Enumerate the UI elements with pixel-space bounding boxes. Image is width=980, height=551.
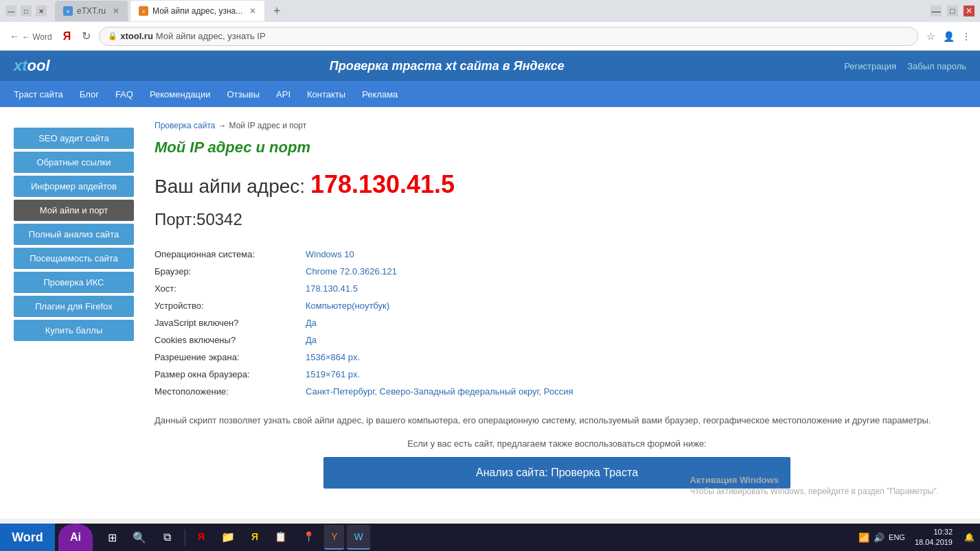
register-link[interactable]: Регистрация [844, 61, 896, 71]
minimize-button[interactable]: — [5, 5, 16, 16]
yandex-button[interactable]: Я [60, 27, 74, 45]
description-text: Данный скрипт позволяет узнать свой айпи… [155, 414, 959, 427]
back-button[interactable]: ← ← Word [7, 28, 55, 45]
nav-recom[interactable]: Рекомендации [150, 89, 211, 99]
notification-button[interactable]: 🔔 [962, 525, 976, 550]
menu-icon[interactable]: ⋮ [959, 30, 973, 43]
clock-time: 10:32 [915, 527, 953, 537]
url-bar[interactable]: 🔒 xtool.ru Мой айпи адрес, узнать IP [99, 27, 918, 46]
x-btn[interactable]: ✕ [964, 5, 975, 16]
breadcrumb-parent[interactable]: Проверка сайта [155, 121, 216, 130]
new-tab-button[interactable]: + [267, 1, 286, 21]
taskbar-files[interactable]: 📁 [214, 525, 242, 550]
refresh-button[interactable]: ↻ [79, 27, 93, 45]
ip-address-line: Ваш айпи адрес: 178.130.41.5 [155, 170, 959, 199]
sidebar: SEO аудит сайта Обратные ссылки Информер… [14, 128, 134, 505]
min-btn[interactable]: — [931, 5, 942, 16]
table-row: Браузер: Chrome 72.0.3626.121 [155, 263, 959, 280]
search-button[interactable]: 🔍 [127, 525, 152, 550]
ai-button[interactable]: Ai [58, 524, 93, 551]
win-activation-title: Активация Windows [690, 475, 939, 485]
table-row: Cookies включены? Да [155, 331, 959, 349]
sidebar-item-traffic[interactable]: Посещаемость сайта [14, 248, 134, 269]
window-controls: — □ ✕ [5, 5, 47, 16]
nav-reviews[interactable]: Отзывы [227, 89, 260, 99]
url-path: Мой айпи адрес, узнать IP [156, 31, 266, 41]
info-table: Операционная система: Windows 10 Браузер… [155, 246, 959, 400]
sidebar-item-seo[interactable]: SEO аудит сайта [14, 128, 134, 149]
lock-icon: 🔒 [108, 32, 117, 40]
nav-ads[interactable]: Реклама [362, 89, 398, 99]
site-header-title: Проверка траста xt сайта в Яндексе [50, 59, 845, 73]
port-value: 50342 [196, 210, 242, 228]
taskbar-word[interactable]: W [347, 525, 369, 550]
start-button[interactable]: ⊞ [100, 525, 124, 550]
info-value-host: 178.130.41.5 [306, 280, 959, 297]
tab-xtool[interactable]: x Мой айпи адрес, узна... ✕ [130, 1, 264, 21]
table-row: Операционная система: Windows 10 [155, 246, 959, 263]
tab-close-etxt[interactable]: ✕ [113, 6, 119, 16]
taskbar-location[interactable]: 📍 [296, 525, 321, 550]
taskbar-browser-active[interactable]: Y [324, 525, 344, 550]
sidebar-item-firefox[interactable]: Плагин для Firefox [14, 296, 134, 317]
site-content: SEO аудит сайта Обратные ссылки Информер… [0, 107, 980, 519]
system-tray: 📶 🔊 ENG [858, 532, 905, 543]
sidebar-item-iks[interactable]: Проверка ИКС [14, 272, 134, 293]
info-label-resolution: Разрешение экрана: [155, 349, 306, 366]
taskbar-yandex2[interactable]: Я [244, 525, 265, 550]
info-value-js: Да [306, 314, 959, 331]
nav-trast[interactable]: Траст сайта [14, 89, 63, 99]
table-row: Хост: 178.130.41.5 [155, 280, 959, 297]
tab-close-xtool[interactable]: ✕ [249, 6, 256, 16]
sidebar-item-backlinks[interactable]: Обратные ссылки [14, 152, 134, 173]
site-header-top: xtool Проверка траста xt сайта в Яндексе… [0, 51, 980, 81]
page-title: Мой IP адрес и порт [155, 139, 959, 156]
address-bar: ← ← Word Я ↻ 🔒 xtool.ru Мой айпи адрес, … [0, 22, 980, 51]
port-line: Порт:50342 [155, 210, 959, 229]
nav-contacts[interactable]: Контакты [307, 89, 345, 99]
info-label-browser: Браузер: [155, 263, 306, 280]
sidebar-item-fullanalysis[interactable]: Полный анализ сайта [14, 224, 134, 245]
table-row: Размер окна браузера: 1519×761 px. [155, 366, 959, 383]
close-button[interactable]: ✕ [36, 5, 47, 16]
table-row: Местоположение: Санкт-Петербург, Северо-… [155, 383, 959, 400]
sidebar-item-informer[interactable]: Информер апдейтов [14, 176, 134, 197]
ip-label: Ваш айпи адрес: [155, 176, 305, 197]
taskbar-tasks[interactable]: 📋 [268, 525, 293, 550]
info-value-cookies: Да [306, 331, 959, 349]
info-label-os: Операционная система: [155, 246, 306, 263]
network-icon[interactable]: 📶 [858, 532, 869, 543]
site-header-right: Регистрация Забыл пароль [844, 61, 966, 71]
breadcrumb: Проверка сайта → Мой IP адрес и порт [155, 121, 959, 130]
windows-activation: Активация Windows Чтобы активировать Win… [690, 475, 939, 496]
win-activation-desc: Чтобы активировать Windows, перейдите в … [690, 486, 939, 496]
site-wrapper: xtool Проверка траста xt сайта в Яндексе… [0, 51, 980, 519]
sidebar-item-buyballs[interactable]: Купить баллы [14, 320, 134, 341]
forgot-link[interactable]: Забыл пароль [907, 61, 966, 71]
volume-icon[interactable]: 🔊 [874, 532, 885, 543]
site-nav: Траст сайта Блог FAQ Рекомендации Отзывы… [0, 81, 980, 107]
max-btn[interactable]: □ [947, 5, 958, 16]
info-value-location: Санкт-Петербург, Северо-Западный федерал… [306, 383, 959, 400]
table-row: Устройство: Компьютер(ноутбук) [155, 297, 959, 314]
breadcrumb-arrow: → [218, 121, 227, 130]
taskbar-right: 📶 🔊 ENG 10:32 18.04.2019 🔔 [858, 525, 976, 550]
maximize-button[interactable]: □ [21, 5, 32, 16]
lang-label[interactable]: ENG [889, 533, 905, 541]
profile-icon[interactable]: 👤 [942, 30, 955, 43]
breadcrumb-current: Мой IP адрес и порт [229, 121, 307, 130]
clock[interactable]: 10:32 18.04.2019 [911, 527, 957, 548]
tab-etxt[interactable]: e eTXT.ru ✕ [55, 1, 128, 21]
sidebar-item-myip[interactable]: Мой айпи и порт [14, 200, 134, 221]
site-logo: xtool [14, 57, 50, 75]
table-row: JavaScript включен? Да [155, 314, 959, 331]
bookmark-icon[interactable]: ☆ [924, 30, 937, 43]
info-label-window: Размер окна браузера: [155, 366, 306, 383]
nav-blog[interactable]: Блог [80, 89, 99, 99]
taskbar-yandex[interactable]: Я [191, 525, 212, 550]
taskview-button[interactable]: ⧉ [155, 525, 179, 550]
ip-address-value: 178.130.41.5 [310, 170, 455, 198]
nav-faq[interactable]: FAQ [115, 89, 133, 99]
word-button[interactable]: Word [0, 524, 55, 551]
nav-api[interactable]: API [276, 89, 290, 99]
